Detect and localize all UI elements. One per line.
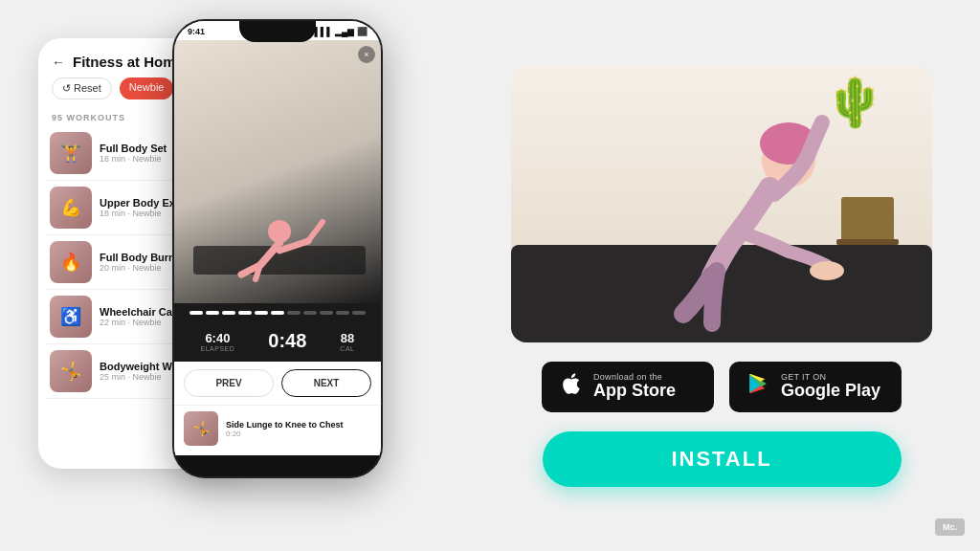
- progress-dot: [255, 311, 268, 315]
- workout-name: Full Body Burn...: [100, 252, 184, 263]
- reset-filter-btn[interactable]: ↺ Reset: [52, 77, 112, 99]
- right-section: 🌵: [501, 19, 942, 532]
- next-workout-preview: 🤸 Side Lunge to Knee to Chest 0:20: [174, 405, 381, 455]
- app-title: Fitness at Home: [73, 54, 184, 70]
- timer-value: 0:48: [268, 330, 306, 352]
- progress-bar-area: [174, 303, 381, 324]
- yoga-scene: 🌵: [511, 65, 932, 342]
- progress-dot: [320, 311, 333, 315]
- elapsed-stat: 6:40 ELAPSED: [201, 331, 235, 352]
- workout-meta: 20 min · Newbie: [100, 263, 184, 273]
- close-btn[interactable]: ×: [358, 46, 375, 63]
- svg-point-9: [810, 261, 844, 280]
- prev-button[interactable]: PREV: [184, 369, 274, 397]
- cal-stat: 88 CAL: [340, 331, 354, 352]
- google-play-text: GET IT ON Google Play: [781, 372, 880, 401]
- google-play-icon: [746, 371, 771, 403]
- install-button[interactable]: INSTALL: [543, 431, 902, 487]
- phone-fg-content: 9:41 ▌▌▌ ▂▄▆ ⬛: [174, 21, 381, 455]
- progress-dot: [336, 311, 349, 315]
- newbie-filter-btn[interactable]: Newbie: [120, 77, 174, 99]
- workout-video-bg: [174, 40, 381, 303]
- back-arrow[interactable]: ←: [52, 55, 65, 70]
- status-icons: ▌▌▌ ▂▄▆ ⬛: [314, 27, 368, 36]
- next-button[interactable]: NEXT: [281, 369, 371, 397]
- workout-thumbnail: ♿: [50, 296, 92, 338]
- progress-dot: [189, 311, 203, 315]
- status-time: 9:41: [188, 27, 205, 36]
- progress-dot: [222, 311, 235, 315]
- next-exercise-time: 0:20: [226, 430, 344, 438]
- workout-stats: 6:40 ELAPSED 0:48 88 CAL: [174, 324, 381, 362]
- phone-fg: 9:41 ▌▌▌ ▂▄▆ ⬛: [172, 19, 383, 478]
- elapsed-label: ELAPSED: [201, 345, 235, 352]
- workout-thumbnail: 🏋️: [50, 132, 92, 174]
- workout-thumbnail: 💪: [50, 187, 92, 229]
- google-play-button[interactable]: GET IT ON Google Play: [729, 362, 902, 412]
- progress-dots: [184, 311, 371, 315]
- app-store-text: Download on the App Store: [593, 372, 676, 401]
- elapsed-value: 6:40: [201, 331, 235, 345]
- hero-image: 🌵: [511, 65, 932, 342]
- progress-dot: [271, 311, 284, 315]
- workout-meta: 22 min · Newbie: [100, 318, 181, 327]
- cal-label: CAL: [340, 345, 354, 352]
- left-section: ← Fitness at Home ↺ Reset Newbie 95 WORK…: [38, 19, 498, 532]
- workout-controls: PREV NEXT: [174, 362, 381, 405]
- workout-name: Wheelchair Ca...: [100, 306, 181, 318]
- cal-value: 88: [340, 331, 354, 345]
- workout-thumbnail: 🤸: [50, 350, 92, 392]
- next-exercise-info: Side Lunge to Knee to Chest 0:20: [226, 420, 344, 438]
- workout-video-area: ×: [174, 40, 381, 303]
- workout-meta: 18 min · Newbie: [100, 209, 184, 218]
- workout-meta: 16 min · Newbie: [100, 154, 167, 164]
- progress-dot: [206, 311, 219, 315]
- progress-dot: [287, 311, 301, 315]
- workout-thumbnail: 🔥: [50, 241, 92, 283]
- phone-notch: [239, 21, 316, 42]
- next-exercise-name: Side Lunge to Knee to Chest: [226, 420, 344, 430]
- svg-line-4: [308, 222, 323, 241]
- workout-meta: 25 min · Newbie: [100, 372, 180, 382]
- timer-stat: 0:48: [268, 330, 306, 352]
- app-store-button[interactable]: Download on the App Store: [542, 362, 714, 412]
- next-exercise-thumbnail: 🤸: [184, 411, 218, 446]
- workout-name: Full Body Set: [100, 143, 167, 154]
- progress-dot: [303, 311, 317, 315]
- google-play-title: Google Play: [781, 382, 880, 401]
- workout-name: Bodyweight W...: [100, 361, 180, 372]
- store-buttons: Download on the App Store GET IT ON Goog…: [542, 362, 902, 412]
- watermark: Mc.: [935, 518, 965, 536]
- app-store-title: App Store: [593, 382, 676, 401]
- hero-image-inner: 🌵: [511, 65, 932, 342]
- progress-dot: [238, 311, 252, 315]
- workout-name: Upper Body Ex...: [100, 197, 184, 209]
- progress-dot: [352, 311, 366, 315]
- apple-icon: [559, 371, 584, 403]
